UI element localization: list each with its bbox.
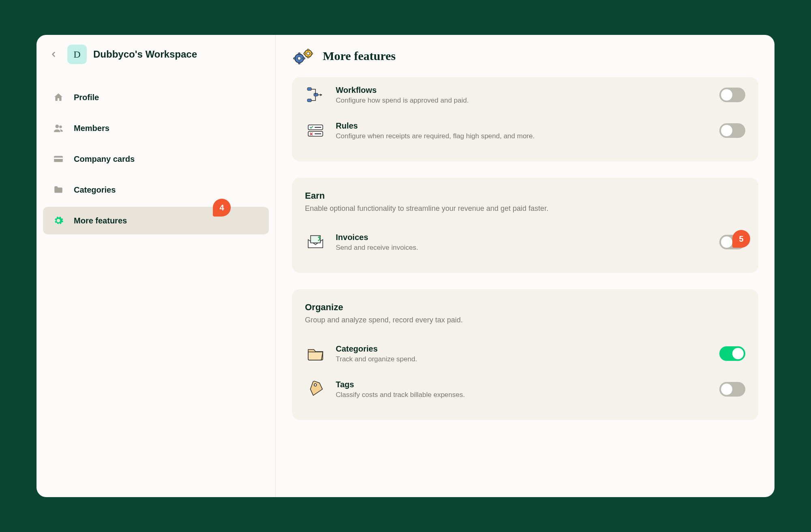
svg-rect-6 (307, 49, 309, 51)
section-spend: Workflows Configure how spend is approve… (292, 77, 758, 161)
section-organize: Organize Group and analyze spend, record… (292, 289, 758, 420)
svg-rect-17 (314, 93, 318, 96)
back-button[interactable] (46, 47, 61, 62)
sidebar-item-profile[interactable]: Profile (43, 84, 269, 111)
section-desc: Group and analyze spend, record every ta… (305, 316, 745, 324)
feature-desc: Classify costs and track billable expens… (336, 391, 710, 399)
svg-point-0 (55, 124, 59, 128)
section-earn: Earn Enable optional functionality to st… (292, 178, 758, 273)
svg-rect-16 (307, 88, 311, 90)
feature-title: Workflows (336, 86, 710, 95)
feature-tags: Tags Classify costs and track billable e… (305, 371, 745, 407)
main-content: Workflows Configure how spend is approve… (276, 77, 775, 497)
toggle-invoices[interactable]: 5 (719, 235, 745, 249)
main-panel: More features Workf (276, 35, 775, 497)
sidebar-item-label: Categories (74, 185, 116, 195)
feature-text: Workflows Configure how spend is approve… (336, 86, 710, 105)
annotation-badge-5: 5 (732, 230, 750, 248)
feature-title: Rules (336, 121, 710, 131)
toggle-rules[interactable] (719, 123, 745, 138)
feature-categories: Categories Track and organize spend. (305, 336, 745, 371)
sidebar-item-more-features[interactable]: More features 4 (43, 207, 269, 234)
invoices-icon (305, 232, 326, 253)
feature-title: Tags (336, 380, 710, 389)
svg-point-11 (298, 57, 301, 60)
app-window: D Dubbyco's Workspace Profile Members (36, 35, 775, 497)
svg-rect-9 (311, 53, 313, 54)
home-icon (53, 92, 64, 103)
sidebar-item-categories[interactable]: Categories (43, 176, 269, 204)
workspace-title: Dubbyco's Workspace (93, 49, 197, 60)
feature-text: Categories Track and organize spend. (336, 344, 710, 363)
workspace-avatar: D (67, 45, 87, 64)
page-title: More features (323, 49, 396, 63)
sidebar-item-company-cards[interactable]: Company cards (43, 145, 269, 173)
section-title: Earn (305, 191, 745, 201)
feature-desc: Configure how spend is approved and paid… (336, 97, 710, 105)
feature-workflows: Workflows Configure how spend is approve… (305, 77, 745, 113)
rules-icon (305, 120, 326, 141)
sidebar: D Dubbyco's Workspace Profile Members (36, 35, 276, 497)
toggle-categories[interactable] (719, 346, 745, 361)
chevron-left-icon (49, 50, 58, 58)
tags-icon (305, 379, 326, 400)
sidebar-item-label: More features (74, 216, 127, 225)
section-desc: Enable optional functionality to streaml… (305, 204, 745, 213)
feature-text: Tags Classify costs and track billable e… (336, 380, 710, 399)
feature-title: Categories (336, 344, 710, 354)
sidebar-header: D Dubbyco's Workspace (36, 45, 275, 74)
workflows-icon (305, 84, 326, 105)
svg-rect-15 (303, 58, 305, 59)
gear-icon (53, 215, 64, 226)
svg-rect-3 (54, 158, 63, 159)
categories-folder-icon (305, 343, 326, 364)
main-header: More features (276, 35, 775, 77)
toggle-workflows[interactable] (719, 88, 745, 102)
nav-list: Profile Members Company cards Categories (36, 74, 275, 234)
svg-point-1 (59, 126, 62, 129)
svg-rect-14 (294, 58, 296, 59)
feature-desc: Send and receive invoices. (336, 244, 710, 252)
svg-rect-18 (307, 99, 311, 102)
section-title: Organize (305, 302, 745, 313)
svg-rect-12 (298, 53, 300, 55)
feature-title: Invoices (336, 233, 710, 242)
svg-rect-13 (298, 62, 300, 64)
svg-point-5 (307, 52, 310, 55)
toggle-tags[interactable] (719, 382, 745, 397)
feature-desc: Configure when receipts are required, fl… (336, 132, 710, 140)
sidebar-item-members[interactable]: Members (43, 114, 269, 142)
sidebar-item-label: Profile (74, 93, 99, 102)
feature-text: Rules Configure when receipts are requir… (336, 121, 710, 140)
svg-rect-8 (304, 53, 305, 54)
folder-icon (53, 184, 64, 195)
feature-desc: Track and organize spend. (336, 355, 710, 363)
feature-rules: Rules Configure when receipts are requir… (305, 113, 745, 148)
sidebar-item-label: Company cards (74, 154, 135, 164)
card-icon (53, 153, 64, 165)
annotation-badge-4: 4 (213, 199, 231, 217)
members-icon (53, 122, 64, 134)
svg-rect-7 (307, 56, 309, 58)
sidebar-item-label: Members (74, 124, 109, 133)
feature-text: Invoices Send and receive invoices. (336, 233, 710, 252)
feature-invoices: Invoices Send and receive invoices. 5 (305, 224, 745, 260)
gears-icon (292, 45, 315, 67)
